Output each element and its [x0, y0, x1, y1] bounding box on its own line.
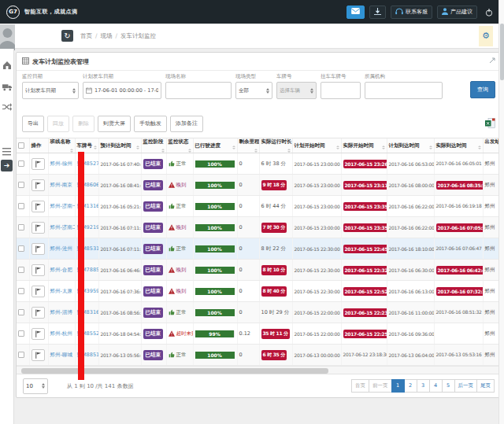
collapse-arrow-icon[interactable]: ➔	[1, 160, 13, 171]
pager-page-1[interactable]: 1	[391, 379, 405, 393]
sort-icon[interactable]	[232, 146, 235, 149]
sort-icon[interactable]	[382, 146, 385, 149]
shuffle-icon[interactable]	[2, 99, 12, 114]
sort-icon[interactable]	[478, 146, 481, 149]
row-locate-button[interactable]	[32, 349, 45, 361]
column-header[interactable]: 预计到达时间	[98, 138, 141, 153]
sort-icon[interactable]	[188, 149, 191, 153]
refresh-icon[interactable]: ↻	[61, 30, 73, 42]
table-row[interactable]: 郑州-淄博 豫M8316 2017-06-16 08:56:34 已结束 正常 …	[17, 302, 501, 323]
toolbar-button[interactable]: 手动触发	[134, 116, 167, 132]
column-header[interactable]: 班线名称	[48, 138, 75, 153]
sort-icon[interactable]	[336, 146, 339, 149]
toolbar-button[interactable]: 到货大屏	[98, 116, 131, 132]
truck-icon[interactable]	[2, 79, 13, 94]
row-locate-button[interactable]	[32, 264, 45, 276]
filter-input[interactable]	[165, 82, 232, 99]
table-row[interactable]: 郑州-杭州 豫M8552 2017-06-18 04:54:52 已结束 超时未…	[17, 323, 501, 345]
pager-next[interactable]: 后一页	[454, 379, 478, 393]
pager-last[interactable]: 尾页	[476, 379, 495, 393]
filter-input[interactable]	[321, 82, 361, 99]
breadcrumb-item[interactable]: 首页	[80, 32, 92, 40]
list-icon[interactable]	[2, 144, 11, 159]
table-row[interactable]: 郑州-聊城 豫M8851 2017-06-13 05:56:49 已结束 正常 …	[17, 345, 501, 366]
column-header[interactable]: 实际到达时间	[434, 138, 483, 153]
sort-icon[interactable]	[429, 146, 432, 149]
row-checkbox[interactable]	[18, 160, 24, 167]
column-header[interactable]: 实际运行时长	[259, 138, 292, 153]
table-row[interactable]: 郑州-济南一部 豫M1316 2017-06-16 05:21:44 已结束 正…	[17, 196, 501, 217]
filter-select[interactable]: 计划发车日期	[22, 82, 79, 99]
table-row[interactable]: 郑州-沧州 豫M8531 2017-06-16 07:11:36 已结束 正常 …	[17, 238, 501, 260]
sort-icon[interactable]	[136, 146, 139, 149]
row-checkbox[interactable]	[18, 330, 24, 337]
table-row[interactable]: 郑州-合肥 豫M7885 2017-06-16 06:46:52 已结束 晚到 …	[17, 260, 501, 281]
filter-date-input[interactable]: 17-06-01 00:00:00 - 17-06-16 00:00:00	[83, 82, 161, 99]
pager-page-2[interactable]: 2	[404, 379, 417, 393]
column-header[interactable]: 已行驶进度	[193, 138, 237, 153]
route-link[interactable]: 郑州-济南一部	[50, 203, 76, 209]
select-all-header[interactable]	[17, 138, 29, 153]
row-checkbox[interactable]	[18, 309, 24, 315]
sort-icon[interactable]	[287, 149, 291, 153]
column-header[interactable]: 监控状态	[166, 138, 193, 153]
vertical-scrollbar[interactable]	[498, 0, 504, 424]
row-checkbox[interactable]	[18, 267, 24, 273]
search-button[interactable]: 查询	[470, 81, 495, 98]
route-link[interactable]: 郑州-聊城	[50, 352, 72, 358]
page-size-select[interactable]: 10	[23, 378, 48, 394]
row-locate-button[interactable]	[32, 243, 45, 255]
row-locate-button[interactable]	[32, 307, 45, 319]
route-link[interactable]: 郑州-杭州	[50, 330, 72, 337]
power-icon[interactable]	[485, 5, 493, 20]
route-link[interactable]: 郑州-南京	[50, 182, 72, 188]
breadcrumb-item[interactable]: 现场	[101, 32, 113, 40]
home-icon[interactable]	[2, 58, 12, 73]
filter-select[interactable]: 全部	[235, 82, 272, 99]
row-locate-button[interactable]	[32, 328, 45, 340]
pager-page-3[interactable]: 3	[417, 379, 430, 393]
column-header[interactable]: 车牌号	[75, 138, 98, 153]
row-locate-button[interactable]	[32, 286, 45, 297]
download-button[interactable]	[369, 6, 386, 19]
route-link[interactable]: 郑州-沧州	[50, 245, 72, 252]
toolbar-button[interactable]: 导出	[22, 116, 44, 132]
contact-service-button[interactable]: 联系客服	[391, 6, 432, 19]
row-checkbox[interactable]	[18, 224, 24, 230]
row-checkbox[interactable]	[18, 203, 24, 209]
pager-prev[interactable]: 前一页	[369, 379, 392, 393]
table-row[interactable]: 郑州-济南二部 豫M9219 2017-06-16 07:11:37 已结束 晚…	[17, 217, 501, 238]
table-row[interactable]: 郑州-徐州 豫M8527 2017-06-16 07:40:40 已结束 正常 …	[17, 153, 501, 175]
column-header[interactable]: 监控阶段	[141, 138, 166, 153]
route-link[interactable]: 郑州-合肥	[50, 267, 72, 273]
sort-icon[interactable]	[94, 146, 97, 149]
toolbar-button[interactable]: 添加备注	[170, 116, 203, 132]
gear-icon[interactable]: ⚙	[479, 26, 493, 46]
row-checkbox[interactable]	[18, 352, 24, 358]
row-checkbox[interactable]	[18, 288, 24, 294]
pager-first[interactable]: 首页	[351, 379, 369, 393]
horizontal-scrollbar[interactable]	[17, 366, 501, 374]
vertical-scrollbar-thumb[interactable]	[500, 24, 504, 80]
table-row[interactable]: 郑州-太原 豫M3959 2017-06-16 07:36:42 已结束 晚到 …	[17, 281, 501, 302]
row-checkbox[interactable]	[18, 245, 24, 252]
row-locate-button[interactable]	[32, 179, 45, 191]
sort-icon[interactable]	[254, 149, 258, 153]
breadcrumb-item[interactable]: 发车计划监控	[120, 32, 156, 40]
column-header[interactable]: 实际开始时间	[341, 138, 387, 153]
pager-page-5[interactable]: 5	[442, 379, 455, 393]
pager-page-4[interactable]: 4	[429, 379, 443, 393]
row-locate-button[interactable]	[32, 158, 45, 170]
route-link[interactable]: 郑州-济南二部	[50, 224, 76, 230]
column-header[interactable]: 计划开始时间	[292, 138, 341, 153]
sort-icon[interactable]	[161, 149, 165, 153]
row-locate-button[interactable]	[32, 201, 45, 212]
message-button[interactable]	[346, 6, 365, 19]
row-locate-button[interactable]	[32, 222, 45, 234]
column-header[interactable]: 计划到达时间	[387, 138, 434, 153]
horizontal-scrollbar-thumb[interactable]	[21, 368, 328, 374]
product-suggest-button[interactable]: 产品建议	[437, 6, 477, 19]
user-avatar[interactable]	[0, 24, 15, 50]
route-link[interactable]: 郑州-徐州	[50, 160, 72, 167]
row-checkbox[interactable]	[18, 182, 24, 188]
